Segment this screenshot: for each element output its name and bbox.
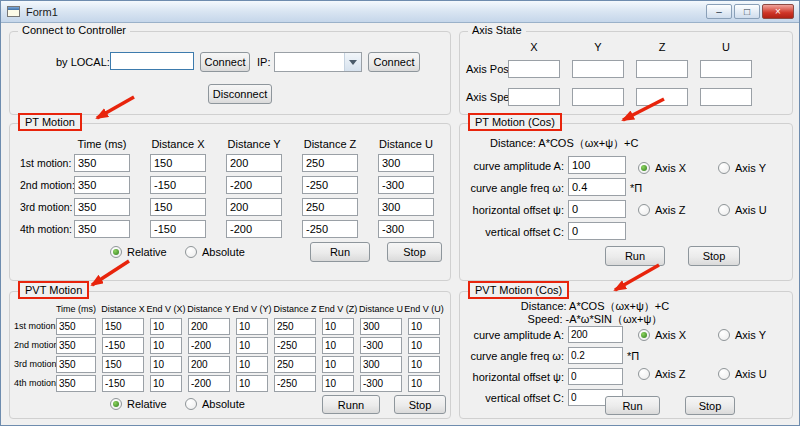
pt-cos-voffset-input[interactable] xyxy=(568,222,626,240)
pvt-input-3-5[interactable] xyxy=(274,375,316,392)
pt-input-2-2[interactable] xyxy=(226,198,282,216)
pt-input-3-4[interactable] xyxy=(378,220,434,238)
axis-pos-z-input[interactable] xyxy=(636,60,688,78)
pt-input-0-0[interactable] xyxy=(74,154,130,172)
pt-input-2-0[interactable] xyxy=(74,198,130,216)
pvt-input-2-6[interactable] xyxy=(322,356,354,373)
pvt-input-1-4[interactable] xyxy=(236,337,268,354)
pvt-cos-freq-input[interactable] xyxy=(568,347,623,364)
pvt-input-1-0[interactable] xyxy=(56,337,96,354)
local-input[interactable] xyxy=(110,52,194,70)
pt-stop-button[interactable]: Stop xyxy=(387,242,442,262)
pt-input-0-3[interactable] xyxy=(302,154,358,172)
close-button[interactable]: × xyxy=(762,4,794,19)
pt-run-button[interactable]: Run xyxy=(310,242,370,262)
minimize-button[interactable]: – xyxy=(706,4,732,19)
pt-input-2-4[interactable] xyxy=(378,198,434,216)
axis-speed-z-input[interactable] xyxy=(636,88,688,106)
connect-ip-button[interactable]: Connect xyxy=(368,52,420,72)
pvt-stop-button[interactable]: Stop xyxy=(394,395,446,414)
pt-input-0-2[interactable] xyxy=(226,154,282,172)
pt-cos-axis-z-radio[interactable]: Axis Z xyxy=(638,204,686,216)
pvt-input-1-6[interactable] xyxy=(322,337,354,354)
pvt-cos-axis-y-radio[interactable]: Axis Y xyxy=(718,329,766,341)
pt-absolute-radio[interactable]: Absolute xyxy=(185,246,245,258)
pvt-input-2-8[interactable] xyxy=(408,356,440,373)
pt-cos-run-button[interactable]: Run xyxy=(605,246,665,266)
dropdown-arrow-icon[interactable] xyxy=(344,53,361,71)
pvt-input-2-0[interactable] xyxy=(56,356,96,373)
pt-input-1-3[interactable] xyxy=(302,176,358,194)
pvt-input-1-1[interactable] xyxy=(102,337,144,354)
pt-input-1-0[interactable] xyxy=(74,176,130,194)
pvt-cos-hoffset-input[interactable] xyxy=(568,368,623,385)
pvt-input-2-5[interactable] xyxy=(274,356,316,373)
axis-pos-x-input[interactable] xyxy=(508,60,560,78)
pvt-input-3-6[interactable] xyxy=(322,375,354,392)
pvt-cos-run-button[interactable]: Run xyxy=(605,396,660,415)
pvt-input-3-1[interactable] xyxy=(102,375,144,392)
pt-input-1-2[interactable] xyxy=(226,176,282,194)
pvt-input-0-4[interactable] xyxy=(236,318,268,335)
pvt-cos-axis-z-radio[interactable]: Axis Z xyxy=(638,368,686,380)
pt-cos-axis-u-radio[interactable]: Axis U xyxy=(718,204,767,216)
pt-relative-radio[interactable]: Relative xyxy=(110,246,167,258)
ip-combobox[interactable] xyxy=(274,52,362,72)
pvt-input-0-1[interactable] xyxy=(102,318,144,335)
pt-cos-stop-button[interactable]: Stop xyxy=(688,246,740,266)
connect-local-button[interactable]: Connect xyxy=(200,52,250,72)
pt-cos-amplitude-input[interactable] xyxy=(568,156,626,174)
pvt-input-3-8[interactable] xyxy=(408,375,440,392)
pt-input-3-3[interactable] xyxy=(302,220,358,238)
pvt-input-2-2[interactable] xyxy=(150,356,182,373)
pvt-input-2-7[interactable] xyxy=(360,356,402,373)
pvt-input-1-5[interactable] xyxy=(274,337,316,354)
maximize-button[interactable]: □ xyxy=(734,4,760,19)
pt-cos-hoffset-input[interactable] xyxy=(568,200,626,218)
pvt-cos-axis-x-radio[interactable]: Axis X xyxy=(638,329,686,341)
pt-input-2-3[interactable] xyxy=(302,198,358,216)
pvt-input-3-2[interactable] xyxy=(150,375,182,392)
pvt-cos-stop-button[interactable]: Stop xyxy=(685,396,735,415)
pvt-input-0-2[interactable] xyxy=(150,318,182,335)
pt-input-3-0[interactable] xyxy=(74,220,130,238)
pt-input-2-1[interactable] xyxy=(150,198,206,216)
pvt-relative-radio[interactable]: Relative xyxy=(110,398,167,410)
axis-pos-y-input[interactable] xyxy=(572,60,624,78)
pt-cos-freq-input[interactable] xyxy=(568,178,626,196)
pvt-input-1-3[interactable] xyxy=(188,337,230,354)
axis-speed-u-input[interactable] xyxy=(700,88,752,106)
pt-input-1-1[interactable] xyxy=(150,176,206,194)
pvt-input-0-3[interactable] xyxy=(188,318,230,335)
pt-input-3-1[interactable] xyxy=(150,220,206,238)
pvt-cos-axis-u-radio[interactable]: Axis U xyxy=(718,368,767,380)
pt-input-1-4[interactable] xyxy=(378,176,434,194)
pvt-run-button[interactable]: Runn xyxy=(322,395,380,414)
pvt-input-2-1[interactable] xyxy=(102,356,144,373)
pvt-input-2-4[interactable] xyxy=(236,356,268,373)
pvt-input-1-7[interactable] xyxy=(360,337,402,354)
pt-cos-axis-x-radio[interactable]: Axis X xyxy=(638,162,686,174)
pt-input-3-2[interactable] xyxy=(226,220,282,238)
pvt-input-3-0[interactable] xyxy=(56,375,96,392)
disconnect-button[interactable]: Disconnect xyxy=(208,84,272,104)
pvt-absolute-radio[interactable]: Absolute xyxy=(185,398,245,410)
axis-pos-u-input[interactable] xyxy=(700,60,752,78)
pvt-input-0-0[interactable] xyxy=(56,318,96,335)
axis-speed-y-input[interactable] xyxy=(572,88,624,106)
pt-input-0-4[interactable] xyxy=(378,154,434,172)
pvt-input-2-3[interactable] xyxy=(188,356,230,373)
pt-input-0-1[interactable] xyxy=(150,154,206,172)
axis-speed-x-input[interactable] xyxy=(508,88,560,106)
pvt-input-0-5[interactable] xyxy=(274,318,316,335)
pvt-input-3-7[interactable] xyxy=(360,375,402,392)
pvt-input-1-8[interactable] xyxy=(408,337,440,354)
pvt-input-0-6[interactable] xyxy=(322,318,354,335)
pvt-input-0-8[interactable] xyxy=(408,318,440,335)
pvt-cos-amplitude-input[interactable] xyxy=(568,326,623,343)
pvt-input-1-2[interactable] xyxy=(150,337,182,354)
pvt-input-3-3[interactable] xyxy=(188,375,230,392)
pvt-input-3-4[interactable] xyxy=(236,375,268,392)
pt-cos-axis-y-radio[interactable]: Axis Y xyxy=(718,162,766,174)
pvt-input-0-7[interactable] xyxy=(360,318,402,335)
